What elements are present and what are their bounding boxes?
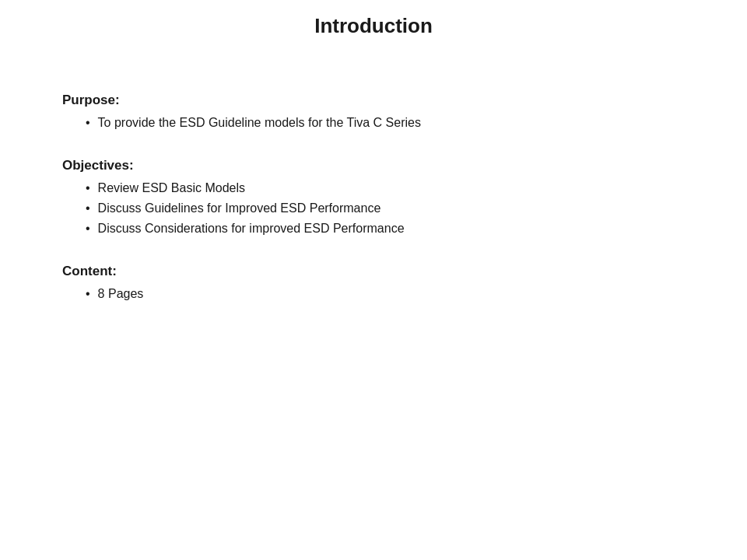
purpose-bullet-list: To provide the ESD Guideline models for … <box>62 116 685 130</box>
page-container: Introduction Purpose: To provide the ESD… <box>0 0 747 560</box>
list-item: To provide the ESD Guideline models for … <box>62 116 685 130</box>
section-content-heading: Content: <box>62 264 685 279</box>
objectives-bullet-list: Review ESD Basic Models Discuss Guidelin… <box>62 181 685 236</box>
section-purpose-heading: Purpose: <box>62 93 685 108</box>
list-item: 8 Pages <box>62 287 685 301</box>
section-content: Content: 8 Pages <box>62 264 685 301</box>
list-item: Discuss Considerations for improved ESD … <box>62 222 685 236</box>
section-purpose: Purpose: To provide the ESD Guideline mo… <box>62 93 685 130</box>
section-objectives-heading: Objectives: <box>62 158 685 173</box>
content-bullet-list: 8 Pages <box>62 287 685 301</box>
content-area: Purpose: To provide the ESD Guideline mo… <box>62 93 685 301</box>
page-title: Introduction <box>62 0 685 46</box>
section-objectives: Objectives: Review ESD Basic Models Disc… <box>62 158 685 236</box>
list-item: Discuss Guidelines for Improved ESD Perf… <box>62 201 685 215</box>
list-item: Review ESD Basic Models <box>62 181 685 195</box>
